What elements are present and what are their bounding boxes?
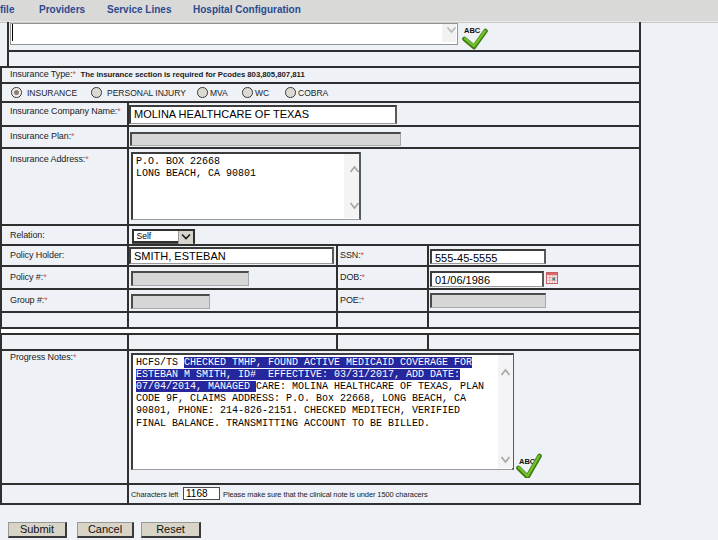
svg-text:ABC: ABC <box>464 26 481 35</box>
